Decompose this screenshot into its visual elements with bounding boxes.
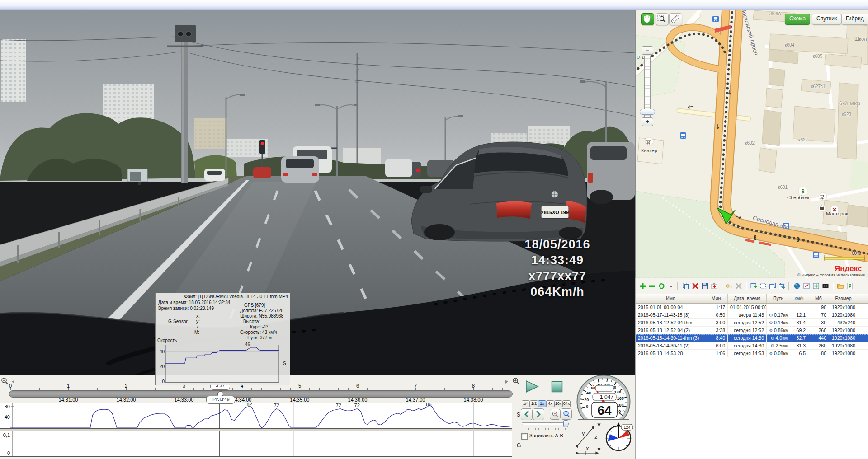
yandex-map[interactable]: $ к606АШколк604к605к627с16-й мкрк <box>635 10 868 278</box>
map-label: Сбербанк <box>787 195 809 200</box>
yandex-logo[interactable]: Яндекс <box>835 264 862 273</box>
s-axis-80: 80 <box>1 404 10 409</box>
column-header-2[interactable]: Дата, время <box>728 294 767 303</box>
seek-slider[interactable] <box>522 422 569 425</box>
copy-icon[interactable] <box>681 282 690 290</box>
map-label: к627 <box>798 137 808 142</box>
seek-slider-thumb[interactable] <box>563 420 568 427</box>
play-button[interactable] <box>525 380 540 393</box>
add-icon[interactable] <box>638 282 646 290</box>
win-select-icon[interactable] <box>759 282 767 290</box>
column-header-4[interactable]: км/ч <box>790 294 808 303</box>
map-zoom-in-button[interactable]: + <box>642 117 653 126</box>
column-header-0[interactable]: Имя <box>636 294 706 303</box>
column-header-3[interactable]: Путь <box>767 294 790 303</box>
table-row[interactable]: 2015-01-01-00-00-041:1701.01.2015 00:009… <box>636 304 868 311</box>
speed-button-1x[interactable]: 1x <box>538 400 546 407</box>
map-label: к604 <box>785 42 794 47</box>
win-cascade-icon[interactable] <box>778 282 786 290</box>
save-icon[interactable] <box>700 282 709 290</box>
g-axis-0: 0 <box>1 450 10 456</box>
plot-splitter[interactable] <box>0 429 512 431</box>
cut-icon[interactable] <box>734 282 743 290</box>
table-row[interactable]: 2016-05-18-14-30-11 (2)6:00сегодня 14:30… <box>636 342 868 350</box>
more-icon[interactable] <box>666 282 675 290</box>
video-frame[interactable]: У815ХО 199 18/0 <box>0 10 635 375</box>
gsensor-x: x: <box>196 314 200 318</box>
course-compass: 124 <box>604 422 635 453</box>
refresh-icon[interactable] <box>657 282 665 290</box>
loop-ab-checkbox[interactable] <box>521 433 528 440</box>
remove-icon[interactable] <box>647 282 656 290</box>
svg-text:$: $ <box>802 188 805 195</box>
axis-x-label: x <box>586 445 589 452</box>
gps-gear-icon: ⚙ <box>771 343 775 348</box>
zoom-area-icon <box>656 14 667 24</box>
map-layer-button-Гибрид[interactable]: Гибрид <box>841 14 868 25</box>
column-header-6[interactable]: Размер <box>829 294 858 303</box>
peak-label: 72 <box>351 403 363 408</box>
gsensor-m: M: <box>194 330 199 335</box>
media-add-icon[interactable] <box>811 282 820 290</box>
table-row[interactable]: 2016-05-17-11-43-15 (3)0:50вчера 11:43⚙0… <box>636 311 868 319</box>
speed-button-1/4[interactable]: 1/4 <box>522 400 530 407</box>
column-header-5[interactable]: Мб <box>808 294 829 303</box>
scroll-right-arrow[interactable] <box>505 380 508 384</box>
dashcam-scene: У815ХО 199 <box>0 10 635 375</box>
win-stack-icon[interactable] <box>768 282 777 290</box>
zoom-select-tool-button[interactable] <box>656 13 669 25</box>
window-titlebar[interactable] <box>0 0 868 10</box>
terms-link[interactable]: Условия использования <box>820 273 865 277</box>
speedometer: 0204060801001201401601802001 04764 <box>574 375 633 424</box>
chart-icon[interactable] <box>802 282 811 290</box>
column-header-1[interactable]: Мин. <box>706 294 728 303</box>
speed-plot[interactable] <box>0 403 512 429</box>
timeline-scrollbar[interactable] <box>9 390 513 398</box>
map-zoom-thumb[interactable] <box>640 109 655 115</box>
timeline-zoom-in-icon[interactable] <box>512 377 520 385</box>
map-layer-button-Схема[interactable]: Схема <box>785 14 810 25</box>
next-file-button[interactable] <box>533 408 544 420</box>
gsensor-z: z: <box>196 324 200 329</box>
table-row[interactable]: 2016-05-18-14-30-11-thm (3)8:40сегодня 1… <box>636 334 868 342</box>
gps-gear-icon: ⚙ <box>769 328 773 333</box>
medkit-icon[interactable] <box>710 282 718 290</box>
compass-value: 124 <box>623 425 630 430</box>
map-label: к602 <box>745 141 755 145</box>
peak-label: 72 <box>271 403 283 408</box>
film-icon[interactable] <box>821 282 830 290</box>
map-layer-button-Спутник[interactable]: Спутник <box>812 14 841 25</box>
report-icon[interactable] <box>845 282 854 290</box>
table-row[interactable]: 2016-05-18-14-53-281:06сегодня 14:53⚙0.0… <box>636 350 868 357</box>
info-gsensor-label: G-Sensor <box>168 319 188 324</box>
stop-button[interactable] <box>551 381 563 393</box>
plot-zoom-in-button[interactable] <box>561 408 572 420</box>
speed-button-4x[interactable]: 4x <box>546 400 554 407</box>
prev-file-button[interactable] <box>521 408 533 420</box>
win-add-icon[interactable] <box>749 282 758 290</box>
ruler-tool-button[interactable] <box>669 13 682 25</box>
gps-gear-icon: ⚙ <box>769 351 773 356</box>
overlay-date: 18/05/2016 <box>483 237 632 253</box>
overlay-time: 14:33:49 <box>483 253 632 268</box>
globe-icon[interactable] <box>793 282 801 290</box>
key-icon[interactable] <box>725 282 733 290</box>
table-row[interactable]: 2016-05-18-12-52-04 (2)3:38сегодня 12:52… <box>636 327 868 334</box>
map-label: 60 м <box>852 251 861 256</box>
map-label: Кнакер <box>641 148 657 153</box>
speed-button-64x[interactable]: 64x <box>562 400 571 407</box>
file-list-header[interactable]: ИмяМин.Дата, времяПутькм/чМбРазмер <box>636 294 868 304</box>
overlay-plate: x777xx77 <box>483 268 632 284</box>
registrator-viewer-app: У815ХО 199 18/0 <box>0 0 868 459</box>
gsensor-plot[interactable] <box>0 431 512 457</box>
delete-icon[interactable] <box>691 282 699 290</box>
svg-text:140: 140 <box>614 390 621 394</box>
pan-tool-button[interactable] <box>641 13 654 25</box>
map-zoom-out-button[interactable]: − <box>642 46 653 55</box>
plot-zoom-out-button[interactable] <box>550 409 561 420</box>
table-row[interactable]: 2016-05-18-12-52-04-thm3:00сегодня 12:52… <box>636 319 868 327</box>
gps-gear-icon: ⚙ <box>769 320 773 325</box>
speed-button-16x[interactable]: 16x <box>554 400 562 407</box>
folder-icon[interactable] <box>836 282 844 290</box>
speed-button-1/2[interactable]: 1/2 <box>530 400 538 407</box>
